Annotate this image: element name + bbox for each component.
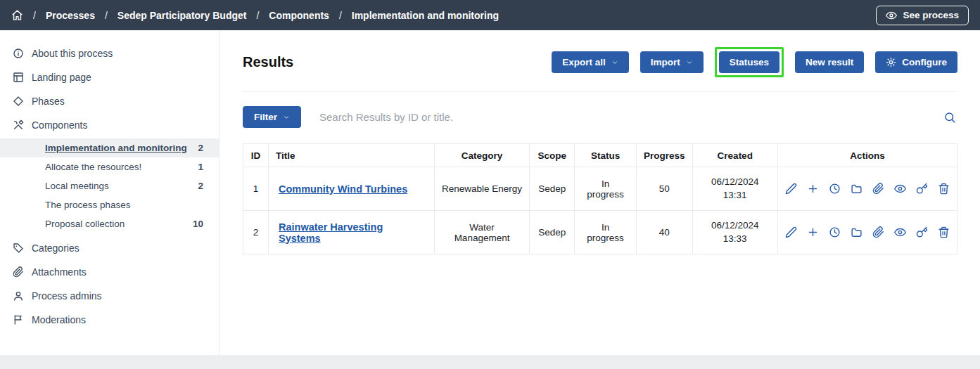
eye-icon[interactable]	[894, 226, 906, 238]
breadcrumb-components[interactable]: Components	[269, 10, 329, 21]
subitem-count: 2	[198, 181, 203, 191]
folder-icon[interactable]	[851, 183, 863, 195]
statuses-label: Statuses	[730, 57, 769, 67]
see-process-label: See process	[903, 10, 959, 20]
sidebar-subitem-local-meetings[interactable]: Local meetings 2	[0, 176, 219, 195]
sidebar-subitem-proposal-collection[interactable]: Proposal collection 10	[0, 214, 219, 233]
chevron-down-icon	[686, 59, 693, 66]
sidebar-item-components[interactable]: Components	[0, 113, 219, 137]
breadcrumb-separator: /	[33, 10, 36, 21]
cell-category: Water Management	[434, 211, 529, 254]
add-icon[interactable]	[807, 183, 819, 195]
cell-status: In progress	[575, 167, 637, 211]
new-result-button[interactable]: New result	[795, 51, 864, 73]
paperclip-icon[interactable]	[872, 183, 884, 195]
sidebar-item-process-admins[interactable]: Process admins	[0, 284, 219, 308]
cell-progress: 40	[636, 211, 692, 254]
edit-icon[interactable]	[785, 226, 797, 238]
key-icon[interactable]	[916, 183, 928, 195]
sidebar-subitem-the-process-phases[interactable]: The process phases	[0, 195, 219, 214]
statuses-highlight-box: Statuses	[715, 47, 784, 77]
tag-icon	[13, 242, 24, 254]
import-label: Import	[651, 57, 680, 67]
page-footer-strip	[0, 355, 980, 369]
import-button[interactable]: Import	[640, 51, 704, 73]
column-header-actions: Actions	[778, 144, 957, 167]
paperclip-icon[interactable]	[872, 226, 884, 238]
gear-icon	[886, 57, 896, 67]
column-header-progress: Progress	[636, 144, 692, 167]
page-title: Results	[243, 54, 293, 70]
sidebar: About this process Landing page Phases C…	[0, 30, 219, 355]
search-input[interactable]	[319, 111, 924, 123]
subitem-label: Allocate the resources!	[45, 162, 141, 172]
table-header-row: ID Title Category Scope Status Progress …	[243, 144, 957, 167]
add-icon[interactable]	[807, 226, 819, 238]
table-row: 1 Community Wind Turbines Renewable Ener…	[243, 167, 957, 211]
folder-icon[interactable]	[851, 226, 863, 238]
cell-status: In progress	[575, 211, 637, 254]
tools-icon	[13, 119, 24, 131]
breadcrumb: / Processes / Sedep Participatory Budget…	[11, 9, 499, 21]
sidebar-item-label: Phases	[32, 96, 65, 107]
search-icon[interactable]	[942, 110, 957, 125]
top-bar: / Processes / Sedep Participatory Budget…	[0, 0, 980, 30]
sidebar-item-label: Process admins	[32, 290, 102, 302]
export-all-label: Export all	[562, 57, 606, 67]
chevron-down-icon	[283, 114, 290, 121]
see-process-button[interactable]: See process	[876, 6, 969, 25]
breadcrumb-current-component[interactable]: Implementation and monitoring	[352, 10, 499, 21]
cell-progress: 50	[636, 167, 692, 211]
info-icon	[13, 48, 24, 59]
chevron-down-icon	[611, 59, 618, 66]
sidebar-item-label: Categories	[32, 242, 79, 254]
home-icon[interactable]	[11, 9, 23, 21]
sidebar-subitem-implementation-and-monitoring[interactable]: Implementation and monitoring 2	[0, 138, 219, 157]
user-icon	[13, 290, 24, 302]
filter-button[interactable]: Filter	[243, 106, 301, 128]
column-header-id: ID	[243, 144, 269, 167]
eye-icon[interactable]	[894, 183, 906, 195]
clock-icon[interactable]	[829, 226, 841, 238]
layout-icon	[13, 72, 24, 83]
cell-created: 06/12/2024 13:31	[692, 167, 778, 211]
configure-label: Configure	[902, 57, 947, 67]
column-header-created: Created	[692, 144, 778, 167]
sidebar-item-label: Components	[32, 119, 87, 131]
result-title-link[interactable]: Rainwater Harvesting Systems	[279, 221, 383, 244]
edit-icon[interactable]	[785, 183, 797, 195]
subitem-label: The process phases	[45, 200, 131, 210]
sidebar-item-landing-page[interactable]: Landing page	[0, 65, 219, 89]
breadcrumb-processes[interactable]: Processes	[46, 10, 95, 21]
trash-icon[interactable]	[938, 226, 950, 238]
cell-id: 1	[243, 167, 269, 211]
statuses-button[interactable]: Statuses	[719, 51, 779, 73]
subitem-count: 10	[193, 219, 203, 229]
cell-scope: Sedep	[530, 167, 575, 211]
sidebar-item-categories[interactable]: Categories	[0, 236, 219, 260]
breadcrumb-separator: /	[339, 10, 342, 21]
subitem-label: Local meetings	[45, 181, 109, 191]
clock-icon[interactable]	[829, 183, 841, 195]
subitem-count: 2	[198, 143, 203, 153]
subitem-label: Proposal collection	[45, 219, 125, 229]
trash-icon[interactable]	[938, 183, 950, 195]
key-icon[interactable]	[916, 226, 928, 238]
sidebar-item-about[interactable]: About this process	[0, 41, 219, 65]
breadcrumb-process-name[interactable]: Sedep Participatory Budget	[117, 10, 247, 21]
column-header-title: Title	[268, 144, 434, 167]
configure-button[interactable]: Configure	[875, 51, 957, 73]
result-title-link[interactable]: Community Wind Turbines	[279, 183, 407, 195]
components-sub-list: Implementation and monitoring 2 Allocate…	[0, 137, 219, 236]
sidebar-item-label: Landing page	[32, 72, 91, 83]
sidebar-item-attachments[interactable]: Attachments	[0, 260, 219, 284]
flag-icon	[13, 314, 24, 325]
sidebar-item-moderations[interactable]: Moderations	[0, 308, 219, 332]
results-table: ID Title Category Scope Status Progress …	[243, 143, 957, 254]
sidebar-item-phases[interactable]: Phases	[0, 89, 219, 113]
export-all-button[interactable]: Export all	[552, 51, 629, 73]
main-content: Results Export all Import Statuses	[219, 30, 980, 355]
sidebar-item-label: Moderations	[32, 314, 86, 325]
sidebar-subitem-allocate-the-resources[interactable]: Allocate the resources! 1	[0, 157, 219, 176]
column-header-category: Category	[434, 144, 529, 167]
